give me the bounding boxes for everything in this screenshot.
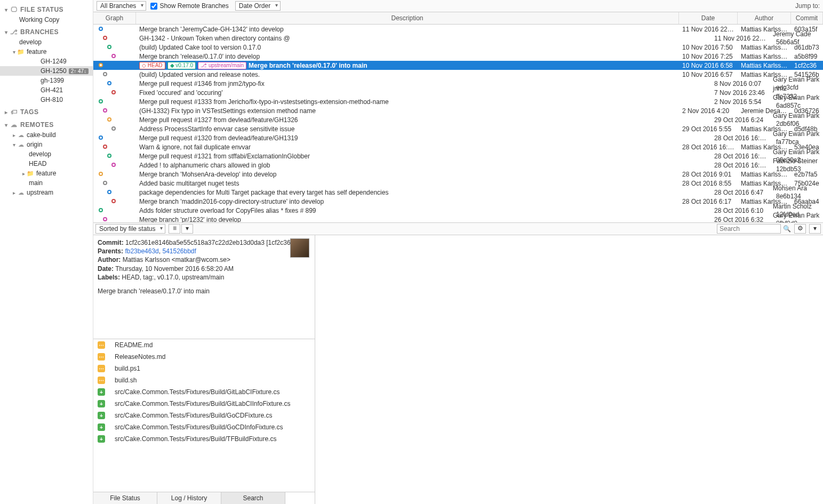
file-path: build.sh [115,377,137,384]
date-cell: 28 Oct 2016 16:34 [711,152,770,161]
folder-icon: 📁 [27,170,34,177]
file-row[interactable]: +src/Cake.Common.Tests/Fixtures/Build/Gi… [93,398,315,410]
commit-row[interactable]: Address ProcessStartInfo envvar case sen… [93,124,823,133]
commit-row[interactable]: Adds folder structure overload for CopyF… [93,206,823,215]
search-icon[interactable]: 🔍 [783,225,791,233]
file-sort-dropdown[interactable]: Sorted by file status [95,224,165,234]
commit-row[interactable]: GH-1342 - Unkown Token when directory co… [93,34,823,43]
commit-row[interactable]: Fixed 'occured' and 'occuring' 7 Nov 201… [93,88,823,97]
commit-row[interactable]: (GH-1332) Fix typo in VSTestSettings ext… [93,106,823,115]
author-cell: Mattias Karlsson < [738,61,791,70]
date-cell: 28 Oct 2016 6:17 [679,197,738,206]
branch-GH-810[interactable]: GH-810 [0,95,93,105]
commit-row[interactable]: (build) Updated Cake tool to version 0.1… [93,43,823,52]
graph-cell [93,52,136,61]
remote-upstream[interactable]: ▸ ☁ upstream [0,188,93,197]
commit-info: Commit: 1cf2c361e8146ba5e55c518a37c22d2e… [93,235,315,339]
hash-cell: e2b7fa5 [791,170,823,179]
file-row[interactable]: +src/Cake.Common.Tests/Fixtures/Build/TF… [93,433,315,445]
author-cell: Gary Ewan Park 0fbf0d0 [770,211,823,223]
origin-HEAD[interactable]: HEAD [0,159,93,169]
gear-dropdown[interactable]: ▾ [809,224,821,234]
view-mode-button[interactable]: ≡ [169,224,180,234]
date-cell: 29 Oct 2016 6:24 [711,116,770,124]
commit-row[interactable]: ◇ HEAD◆ v0.17.0⎇ upstream/mainMerge bran… [93,61,823,70]
col-author[interactable]: Author [738,12,791,24]
parent-link-2[interactable]: 541526bbdf [162,247,196,255]
tags-section[interactable]: ▸ 🏷 TAGS [0,107,93,117]
date-cell: 10 Nov 2016 7:50 [679,43,738,52]
remote-origin[interactable]: ▾ ☁ origin [0,140,93,149]
date-cell: 26 Oct 2016 6:32 [711,215,770,223]
file-status-section[interactable]: ▾ 🖵 FILE STATUS [0,4,93,15]
graph-cell [93,179,136,188]
commit-row[interactable]: Merge branch 'pr/1232' into develop 26 O… [93,215,823,223]
commit-row[interactable]: package dependencies for Multi Target pa… [93,188,823,197]
view-mode-dropdown[interactable]: ▾ [181,224,193,234]
col-graph[interactable]: Graph [93,12,136,24]
col-date[interactable]: Date [679,12,738,24]
commit-row[interactable]: Merge pull request #1321 from stffabi/Ex… [93,151,823,161]
commit-row[interactable]: Merge pull request #1333 from Jericho/fi… [93,97,823,106]
jump-to-label: Jump to: [795,2,820,10]
author-cell: Mattias Karlsson < [738,52,791,61]
file-row[interactable]: ⋯build.sh [93,374,315,386]
commit-row[interactable]: Added ! to alphanumeric chars allowed in… [93,161,823,170]
tab-file-status[interactable]: File Status [93,492,157,504]
origin-feature[interactable]: ▸📁feature [0,169,93,178]
graph-cell [93,124,136,133]
show-remote-checkbox[interactable]: Show Remote Branches [150,2,228,10]
file-row[interactable]: ⋯README.md [93,339,315,351]
file-row[interactable]: ⋯ReleaseNotes.md [93,351,315,363]
commit-row[interactable]: Merge branch 'JeremyCade-GH-1342' into d… [93,25,823,34]
commit-row[interactable]: Merge branch 'MohsenAra-develop' into de… [93,170,823,179]
file-row[interactable]: ⋯build.ps1 [93,363,315,374]
commit-row[interactable]: (build) Updated version and release note… [93,70,823,79]
branch-GH-421[interactable]: GH-421 [0,85,93,95]
commit-row[interactable]: Merge pull request #1320 from devlead/fe… [93,133,823,142]
remotes-section[interactable]: ▾ ☁ REMOTES [0,119,93,130]
col-commit[interactable]: Commit [791,12,823,24]
commit-row[interactable]: Merge pull request #1327 from devlead/fe… [93,115,823,124]
desc-cell: Address ProcessStartInfo envvar case sen… [136,125,679,133]
sort-dropdown[interactable]: Date Order [235,1,281,11]
parent-link-1[interactable]: fb23be463d [125,247,158,255]
commit-row[interactable]: Warn & ignore, not fail duplicate envvar… [93,142,823,151]
file-row[interactable]: +src/Cake.Common.Tests/Fixtures/Build/Go… [93,421,315,433]
graph-cell [93,88,136,97]
show-remote-input[interactable] [150,3,157,10]
graph-cell [93,34,136,43]
tab-search[interactable]: Search [221,492,285,504]
file-row[interactable]: +src/Cake.Common.Tests/Fixtures/Build/Gi… [93,386,315,398]
search-input[interactable] [717,224,781,234]
branch-GH-1249[interactable]: GH-1249 [0,57,93,66]
tab-log-history[interactable]: Log / History [157,492,221,504]
desc-cell: (GH-1332) Fix typo in VSTestSettings ext… [136,107,679,115]
branches-section[interactable]: ▾ ⎇ BRANCHES [0,27,93,37]
branch-develop[interactable]: develop [0,37,93,47]
remotes-label: REMOTES [20,121,54,129]
branch-filter-dropdown[interactable]: All Branches [97,1,146,11]
commit-row[interactable]: Merge branch 'release/0.17.0' into devel… [93,52,823,61]
modified-icon: ⋯ [98,353,105,361]
date-cell: 28 Oct 2016 6:10 [711,206,770,215]
origin-develop[interactable]: develop [0,149,93,159]
commit-row[interactable]: Added basic multitarget nuget tests 28 O… [93,179,823,188]
added-icon: + [98,435,105,443]
commit-row[interactable]: Merge pull request #1346 from jnm2/typo-… [93,79,823,88]
branch-feature-folder[interactable]: ▾ 📁 feature [0,47,93,57]
date-cell: 11 Nov 2016 22:15 [711,34,770,43]
cloud-icon: ☁ [17,189,25,196]
graph-cell [93,70,136,79]
commit-row[interactable]: Merge branch 'maddin2016-copy-directory-… [93,197,823,206]
file-row[interactable]: +src/Cake.Common.Tests/Fixtures/Build/Go… [93,410,315,421]
col-description[interactable]: Description [136,12,679,24]
desc-cell: Merge pull request #1321 from stffabi/Ex… [136,152,711,161]
gear-button[interactable]: ⚙ [794,224,806,234]
working-copy-item[interactable]: Working Copy [0,15,93,25]
origin-main[interactable]: main [0,178,93,188]
branch-gh-1399[interactable]: gh-1399 [0,76,93,85]
remote-cake-build[interactable]: ▸ ☁ cake-build [0,130,93,140]
branch-GH-1250[interactable]: GH-12502↑ 47↓ [0,66,93,76]
date-cell: 28 Oct 2016 16:55 [711,134,770,142]
